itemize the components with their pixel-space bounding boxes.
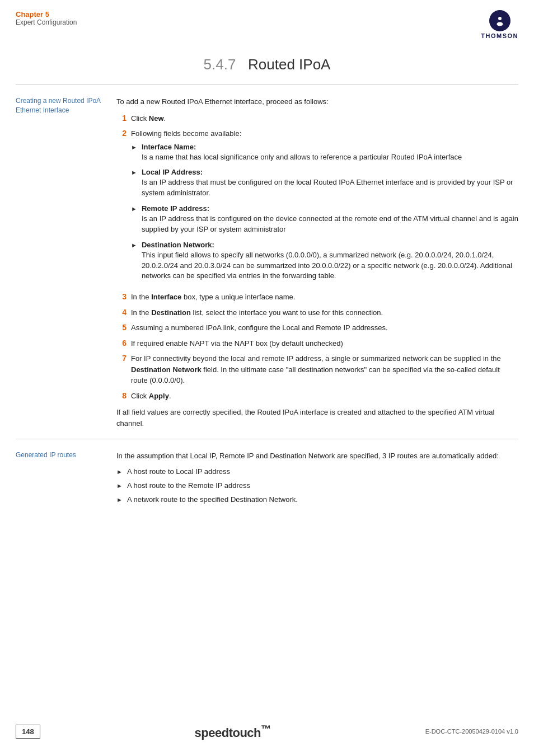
step-7-num: 7 bbox=[116, 353, 127, 363]
field-remote-ip: ► Remote IP address: Is an IP address th… bbox=[131, 204, 518, 235]
route-item-1-text: A host route to Local IP address bbox=[127, 467, 518, 476]
field-dest-network-title: Destination Network: bbox=[142, 241, 214, 249]
bullet-arrow-2: ► bbox=[131, 168, 137, 176]
route-item-3-text: A network route to the specified Destina… bbox=[127, 495, 518, 504]
step-3-content: In the Interface box, type a unique inte… bbox=[131, 292, 518, 303]
section1-note: If all field values are correctly specif… bbox=[116, 407, 518, 429]
section2-intro: In the assumption that Local IP, Remote … bbox=[116, 450, 518, 462]
speedtouch-logo-text: speedtouch™ bbox=[195, 726, 271, 740]
field-interface-name-desc: Is a name that has local significance on… bbox=[142, 152, 518, 163]
bullet-arrow-4: ► bbox=[131, 241, 137, 248]
speedtouch-logo: speedtouch™ bbox=[195, 723, 271, 740]
field-local-ip-content: Local IP Address: Is an IP address that … bbox=[142, 168, 518, 199]
svg-point-2 bbox=[496, 22, 503, 26]
step-1: 1 Click New. bbox=[116, 113, 518, 124]
thomson-logo: THOMSON bbox=[481, 10, 518, 39]
route-bullet-arrow-3: ► bbox=[116, 495, 123, 503]
section-title: Routed IPoA bbox=[248, 56, 330, 73]
section1-right-col: To add a new Routed IPoA Ethernet interf… bbox=[116, 95, 518, 429]
page-title: 5.4.7 Routed IPoA bbox=[0, 56, 534, 73]
field-interface-name-content: Interface Name: Is a name that has local… bbox=[142, 143, 518, 163]
section1-label: Creating a new Routed IPoA Ethernet Inte… bbox=[16, 97, 100, 114]
thomson-icon bbox=[489, 10, 510, 31]
field-interface-name: ► Interface Name: Is a name that has loc… bbox=[131, 143, 518, 163]
thomson-text: THOMSON bbox=[481, 32, 518, 39]
field-interface-name-title: Interface Name: bbox=[142, 143, 196, 151]
step-5-num: 5 bbox=[116, 322, 127, 332]
step-8-content: Click Apply. bbox=[131, 391, 518, 402]
route-bullet-arrow-2: ► bbox=[116, 481, 123, 489]
field-remote-ip-title: Remote IP address: bbox=[142, 204, 209, 213]
section-number: 5.4.7 bbox=[204, 56, 236, 73]
step-7: 7 For IP connectivity beyond the local a… bbox=[116, 353, 518, 386]
route-item-1: ► A host route to Local IP address bbox=[116, 467, 518, 476]
step-6-num: 6 bbox=[116, 338, 127, 348]
field-remote-ip-desc: Is an IP address that is configured on t… bbox=[142, 214, 518, 235]
step-4-num: 4 bbox=[116, 307, 127, 317]
step-8-num: 8 bbox=[116, 391, 127, 400]
route-item-2: ► A host route to the Remote IP address bbox=[116, 481, 518, 490]
field-local-ip-desc: Is an IP address that must be configured… bbox=[142, 177, 518, 199]
routes-bullet-list: ► A host route to Local IP address ► A h… bbox=[116, 467, 518, 504]
step-8: 8 Click Apply. bbox=[116, 391, 518, 402]
doc-reference: E-DOC-CTC-20050429-0104 v1.0 bbox=[425, 728, 518, 735]
section1-bottom-divider bbox=[16, 439, 518, 439]
section1-row: Creating a new Routed IPoA Ethernet Inte… bbox=[16, 95, 518, 429]
page-header: Chapter 5 Expert Configuration THOMSON bbox=[0, 0, 534, 39]
page-footer: 148 speedtouch™ E-DOC-CTC-20050429-0104 … bbox=[0, 723, 534, 740]
field-local-ip-title: Local IP Address: bbox=[142, 168, 203, 176]
main-content: Creating a new Routed IPoA Ethernet Inte… bbox=[0, 84, 534, 509]
field-remote-ip-content: Remote IP address: Is an IP address that… bbox=[142, 204, 518, 235]
section2-left-col: Generated IP routes bbox=[16, 449, 116, 509]
step-1-content: Click New. bbox=[131, 113, 518, 124]
step-6: 6 If required enable NAPT via the NAPT b… bbox=[116, 338, 518, 349]
step-2-text: Following fields become available: bbox=[131, 129, 241, 138]
bullet-arrow-1: ► bbox=[131, 143, 137, 151]
section2-row: Generated IP routes In the assumption th… bbox=[16, 449, 518, 509]
top-divider bbox=[16, 84, 518, 85]
step-5-content: Assuming a numbered IPoA link, configure… bbox=[131, 322, 518, 334]
section1-intro: To add a new Routed IPoA Ethernet interf… bbox=[116, 96, 518, 107]
route-item-2-text: A host route to the Remote IP address bbox=[127, 481, 518, 490]
section2-label: Generated IP routes bbox=[16, 451, 76, 459]
step-5: 5 Assuming a numbered IPoA link, configu… bbox=[116, 322, 518, 334]
section1-left-col: Creating a new Routed IPoA Ethernet Inte… bbox=[16, 95, 116, 429]
step-2: 2 Following fields become available: ► I… bbox=[116, 128, 518, 287]
route-item-3: ► A network route to the specified Desti… bbox=[116, 495, 518, 504]
bullet-arrow-3: ► bbox=[131, 204, 137, 212]
chapter-info: Chapter 5 Expert Configuration bbox=[16, 10, 77, 26]
svg-point-1 bbox=[498, 17, 502, 20]
section2-right-col: In the assumption that Local IP, Remote … bbox=[116, 449, 518, 509]
chapter-sub: Expert Configuration bbox=[16, 18, 77, 26]
fields-list: ► Interface Name: Is a name that has loc… bbox=[131, 143, 518, 282]
step-2-content: Following fields become available: ► Int… bbox=[131, 128, 518, 287]
field-local-ip: ► Local IP Address: Is an IP address tha… bbox=[131, 168, 518, 199]
route-bullet-arrow-1: ► bbox=[116, 467, 123, 475]
step-7-content: For IP connectivity beyond the local and… bbox=[131, 353, 518, 386]
steps-list: 1 Click New. 2 Following fields become a… bbox=[116, 113, 518, 402]
step-6-content: If required enable NAPT via the NAPT box… bbox=[131, 338, 518, 349]
step-2-num: 2 bbox=[116, 128, 127, 138]
step-4-content: In the Destination list, select the inte… bbox=[131, 307, 518, 318]
step-3-num: 3 bbox=[116, 292, 127, 301]
field-dest-network-desc: This input field allows to specify all n… bbox=[142, 250, 518, 282]
page-title-section: 5.4.7 Routed IPoA bbox=[0, 39, 534, 84]
chapter-label: Chapter 5 bbox=[16, 10, 77, 18]
step-1-num: 1 bbox=[116, 113, 127, 123]
step-3: 3 In the Interface box, type a unique in… bbox=[116, 292, 518, 303]
step-4: 4 In the Destination list, select the in… bbox=[116, 307, 518, 318]
field-dest-network: ► Destination Network: This input field … bbox=[131, 241, 518, 282]
page-number-box: 148 bbox=[16, 725, 40, 739]
field-dest-network-content: Destination Network: This input field al… bbox=[142, 241, 518, 282]
thomson-svg-icon bbox=[494, 15, 506, 27]
